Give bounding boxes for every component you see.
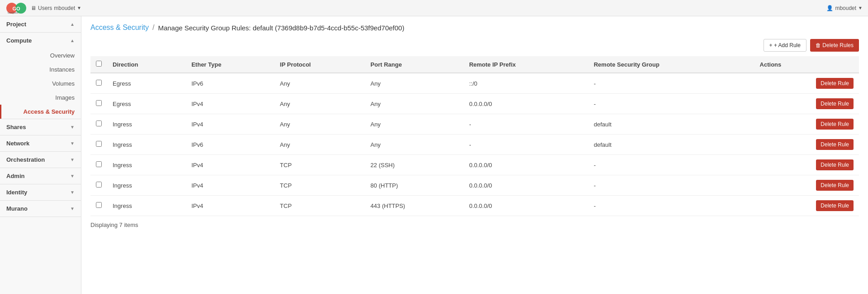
delete-rule-button[interactable]: Delete Rule [816, 180, 854, 191]
select-all-checkbox[interactable] [96, 61, 102, 67]
remote-security-group-cell: - [588, 196, 754, 216]
murano-chevron-icon: ▼ [70, 206, 75, 211]
identity-header[interactable]: Identity ▼ [0, 184, 81, 200]
row-checkbox-cell[interactable] [90, 155, 107, 175]
shares-header[interactable]: Shares ▼ [0, 119, 81, 135]
monitor-icon: 🖥 [31, 5, 36, 11]
remote-ip-prefix-cell: ::/0 [464, 73, 588, 94]
ether-type-cell: IPv6 [186, 73, 275, 94]
row-checkbox[interactable] [96, 141, 102, 147]
direction-header: Direction [107, 56, 186, 73]
sidebar-section-admin: Admin ▼ [0, 168, 81, 184]
ether-type-header: Ether Type [186, 56, 275, 73]
main-layout: Project ▲ Compute ▲ Overview Instances V… [0, 16, 868, 294]
remote-security-group-cell: - [588, 155, 754, 175]
row-checkbox[interactable] [96, 161, 102, 167]
sidebar-item-images[interactable]: Images [0, 91, 81, 105]
row-checkbox[interactable] [96, 202, 102, 208]
users-label: Users [38, 5, 52, 11]
orchestration-label: Orchestration [6, 156, 45, 163]
row-checkbox[interactable] [96, 182, 102, 188]
compute-header[interactable]: Compute ▲ [0, 33, 81, 48]
compute-label: Compute [6, 37, 32, 44]
ether-type-cell: IPv4 [186, 196, 275, 216]
sidebar: Project ▲ Compute ▲ Overview Instances V… [0, 16, 81, 294]
delete-rule-button[interactable]: Delete Rule [816, 78, 854, 89]
admin-chevron-icon: ▼ [70, 174, 75, 178]
remote-security-group-header: Remote Security Group [588, 56, 754, 73]
remote-ip-prefix-header: Remote IP Prefix [464, 56, 588, 73]
direction-cell: Ingress [107, 135, 186, 155]
sidebar-item-instances[interactable]: Instances [0, 63, 81, 77]
breadcrumb-current: Manage Security Group Rules: default (73… [158, 24, 404, 32]
direction-cell: Egress [107, 73, 186, 94]
username-label: mboudet [54, 5, 75, 11]
sidebar-section-murano: Murano ▼ [0, 201, 81, 217]
user-menu[interactable]: 👤 mboudet ▼ [826, 5, 863, 11]
actions-cell: Delete Rule [754, 175, 859, 196]
row-checkbox-cell[interactable] [90, 114, 107, 135]
sidebar-section-network: Network ▼ [0, 135, 81, 152]
admin-header[interactable]: Admin ▼ [0, 168, 81, 184]
sidebar-section-orchestration: Orchestration ▼ [0, 152, 81, 168]
row-checkbox-cell[interactable] [90, 73, 107, 94]
remote-security-group-cell: default [588, 135, 754, 155]
identity-chevron-icon: ▼ [70, 190, 75, 195]
remote-ip-prefix-cell: - [464, 135, 588, 155]
port-range-cell: 80 (HTTP) [365, 175, 464, 196]
project-header[interactable]: Project ▲ [0, 16, 81, 32]
direction-cell: Ingress [107, 155, 186, 175]
ether-type-cell: IPv4 [186, 175, 275, 196]
actions-cell: Delete Rule [754, 196, 859, 216]
sidebar-item-access-security[interactable]: Access & Security [0, 105, 81, 119]
ether-type-cell: IPv4 [186, 114, 275, 135]
trash-icon: 🗑 [816, 42, 821, 48]
toolbar: + Add Rule 🗑 Delete Rules [90, 39, 859, 52]
table-row: Ingress IPv4 TCP 80 (HTTP) 0.0.0.0/0 - D… [90, 175, 859, 196]
direction-cell: Ingress [107, 114, 186, 135]
row-checkbox-cell[interactable] [90, 94, 107, 114]
top-bar-left: GO GenQuest 🖥 Users mboudet ▼ [5, 2, 81, 14]
direction-cell: Ingress [107, 196, 186, 216]
sidebar-item-overview[interactable]: Overview [0, 48, 81, 63]
admin-label: Admin [6, 173, 24, 179]
row-checkbox-cell[interactable] [90, 196, 107, 216]
orchestration-header[interactable]: Orchestration ▼ [0, 152, 81, 168]
breadcrumb-link[interactable]: Access & Security [90, 24, 149, 32]
add-rule-button[interactable]: + Add Rule [764, 39, 806, 52]
row-checkbox[interactable] [96, 120, 102, 126]
row-checkbox-cell[interactable] [90, 135, 107, 155]
select-all-header[interactable] [90, 56, 107, 73]
delete-rule-button[interactable]: Delete Rule [816, 119, 854, 130]
delete-rule-button[interactable]: Delete Rule [816, 200, 854, 211]
shares-label: Shares [6, 124, 26, 130]
ether-type-cell: IPv4 [186, 155, 275, 175]
orchestration-chevron-icon: ▼ [70, 157, 75, 162]
ip-protocol-cell: TCP [275, 196, 365, 216]
sidebar-item-volumes[interactable]: Volumes [0, 77, 81, 91]
svg-text:GO: GO [12, 6, 20, 11]
delete-rules-button[interactable]: 🗑 Delete Rules [810, 39, 859, 52]
remote-ip-prefix-cell: 0.0.0.0/0 [464, 175, 588, 196]
row-checkbox[interactable] [96, 100, 102, 106]
row-checkbox-cell[interactable] [90, 175, 107, 196]
remote-ip-prefix-cell: 0.0.0.0/0 [464, 94, 588, 114]
network-header[interactable]: Network ▼ [0, 135, 81, 151]
row-checkbox[interactable] [96, 80, 102, 86]
delete-rule-button[interactable]: Delete Rule [816, 139, 854, 150]
user-icon: 👤 [826, 5, 833, 11]
users-dropdown[interactable]: 🖥 Users mboudet ▼ [31, 5, 81, 11]
remote-ip-prefix-cell: - [464, 114, 588, 135]
port-range-cell: Any [365, 135, 464, 155]
actions-cell: Delete Rule [754, 114, 859, 135]
delete-rule-button[interactable]: Delete Rule [816, 159, 854, 170]
murano-header[interactable]: Murano ▼ [0, 201, 81, 217]
delete-rule-button[interactable]: Delete Rule [816, 98, 854, 109]
table-row: Egress IPv6 Any Any ::/0 - Delete Rule [90, 73, 859, 94]
shares-chevron-icon: ▼ [70, 125, 75, 130]
sidebar-section-identity: Identity ▼ [0, 184, 81, 201]
table-row: Ingress IPv4 TCP 443 (HTTPS) 0.0.0.0/0 -… [90, 196, 859, 216]
port-range-cell: Any [365, 114, 464, 135]
port-range-cell: Any [365, 94, 464, 114]
sidebar-section-shares: Shares ▼ [0, 119, 81, 135]
